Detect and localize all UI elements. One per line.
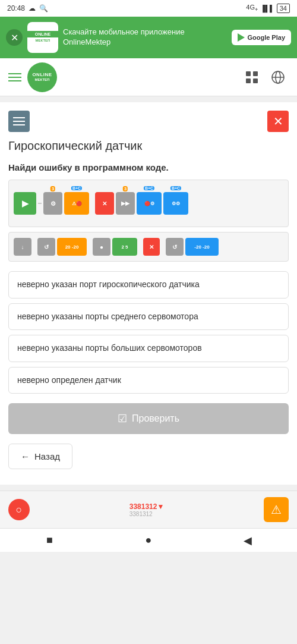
- back-button-label: Назад: [34, 451, 60, 461]
- code-connector-1: [38, 203, 42, 204]
- answer-text-4: неверно определен датчик: [17, 375, 121, 385]
- code-bpc-3: B+C: [170, 186, 181, 190]
- card-close-button[interactable]: ✕: [267, 111, 289, 132]
- code-b-nums2: 2 5: [112, 238, 137, 256]
- app-banner: ✕ ONLINE МЕКТЕП Скачайте мобильное прило…: [0, 17, 297, 58]
- banner-logo: ONLINE МЕКТЕП: [27, 22, 58, 53]
- cloud-icon: ☁: [29, 4, 36, 12]
- ham-line-3: [8, 80, 21, 81]
- card-instruction: Найди ошибку в программном коде.: [8, 162, 289, 172]
- code-block: ▶ 3 ⚙ B+C ⚠🔴 ✕ 3 ▶▶: [8, 180, 289, 227]
- banner-close-button[interactable]: ✕: [6, 29, 23, 46]
- code-bpc-1: B+C: [71, 186, 82, 190]
- answer-text-2: неверно указаны порты среднего сервомото…: [17, 312, 198, 321]
- card-header: ✕: [8, 111, 289, 132]
- card-ham-line-3: [13, 124, 25, 125]
- answer-option-2[interactable]: неверно указаны порты среднего сервомото…: [8, 303, 289, 331]
- status-right: 4G+ ▐▌▌ 34: [246, 4, 290, 12]
- code-visual: ▶ 3 ⚙ B+C ⚠🔴 ✕ 3 ▶▶: [14, 192, 188, 215]
- code-b-nums: 20 -20: [57, 238, 87, 256]
- back-arrow-icon: ←: [21, 451, 30, 461]
- language-button[interactable]: [267, 67, 289, 88]
- code-b-rot2: ↺: [166, 238, 184, 256]
- card-ham-line-2: [13, 121, 25, 122]
- answer-text-3: неверно указаны порты больших сервомотор…: [17, 343, 202, 353]
- code-b-dl: ↓: [14, 238, 31, 256]
- back-button[interactable]: ← Назад: [8, 444, 72, 469]
- bottom-counter-area: 3381312▼ 3381312: [129, 502, 165, 517]
- check-icon: ☑: [118, 412, 127, 425]
- code-b-ok: ●: [93, 238, 110, 256]
- warning-icon: ⚠: [271, 502, 282, 517]
- bottom-logo-icon: ○: [16, 504, 23, 516]
- status-left: 20:48 ☁ 🔍: [7, 4, 48, 12]
- svg-rect-1: [253, 71, 258, 76]
- code-b-rot: ↺: [37, 238, 55, 256]
- card-ham-line-1: [13, 117, 25, 118]
- code-visual-2: ↓ ↺ 20 -20 ● 2 5 ✕ ↺ -20 -20: [14, 238, 219, 256]
- battery-level: 34: [277, 4, 290, 13]
- logo-top-text: ONLINE: [32, 72, 52, 78]
- card-title: Гироскопический датчик: [8, 139, 289, 153]
- google-play-label: Google Play: [247, 34, 285, 41]
- close-icon: ✕: [11, 32, 18, 43]
- search-icon: 🔍: [39, 4, 48, 12]
- card-close-icon: ✕: [273, 114, 283, 128]
- android-recent-button[interactable]: ■: [39, 530, 60, 551]
- code-num-3: 3: [50, 186, 55, 191]
- hamburger-menu-button[interactable]: [8, 73, 21, 81]
- signal-icon: 4G+: [246, 4, 258, 12]
- code-num-3b: 3: [123, 186, 128, 191]
- ham-line-1: [8, 73, 21, 74]
- code-b-x2: ✕: [143, 238, 160, 256]
- square-icon: ■: [46, 534, 53, 546]
- site-logo: ONLINE МЕКТЕП: [27, 62, 57, 92]
- android-nav-bar: ■ ● ◀: [0, 528, 297, 552]
- banner-logo-top: ONLINE: [27, 31, 58, 37]
- signal-bars: ▐▌▌: [260, 5, 274, 12]
- bottom-bar: ○ 3381312▼ 3381312 ⚠: [0, 491, 297, 528]
- time-display: 20:48: [7, 4, 25, 12]
- play-icon: [238, 33, 245, 42]
- google-play-button[interactable]: Google Play: [232, 30, 291, 45]
- code-block-blue-2: B+C ⚙⚙: [163, 192, 188, 215]
- code-block-blue-1: B+C 🔴⚙: [137, 192, 162, 215]
- triangle-icon: ◀: [244, 534, 252, 547]
- code-block-play: ▶: [14, 192, 36, 215]
- svg-rect-0: [246, 71, 251, 76]
- code-block-orange-1: B+C ⚠🔴: [64, 192, 89, 215]
- android-home-button[interactable]: ●: [138, 530, 159, 551]
- grid-view-button[interactable]: [241, 67, 263, 88]
- banner-logo-bottom: МЕКТЕП: [34, 37, 52, 44]
- answer-text-1: неверно указан порт гироскопического дат…: [17, 279, 200, 289]
- code-bpc-2: B+C: [144, 186, 154, 190]
- answer-options-list: неверно указан порт гироскопического дат…: [8, 271, 289, 394]
- card-menu-button[interactable]: [8, 111, 30, 132]
- answer-option-3[interactable]: неверно указаны порты больших сервомотор…: [8, 335, 289, 362]
- check-button-label: Проверить: [132, 413, 179, 424]
- header-nav: ONLINE МЕКТЕП: [0, 58, 297, 96]
- code-b-nums3: -20 -20: [185, 238, 219, 256]
- main-content: ✕ Гироскопический датчик Найди ошибку в …: [0, 102, 297, 485]
- code-block-gray-2: 3 ▶▶: [116, 192, 135, 215]
- android-back-button[interactable]: ◀: [237, 530, 258, 551]
- bottom-logo: ○: [8, 499, 30, 520]
- svg-rect-2: [246, 78, 251, 83]
- ham-line-2: [8, 77, 21, 78]
- code-block-row2: ↓ ↺ 20 -20 ● 2 5 ✕ ↺ -20 -20: [8, 232, 289, 262]
- circle-icon: ●: [146, 534, 152, 546]
- answer-option-1[interactable]: неверно указан порт гироскопического дат…: [8, 271, 289, 299]
- code-block-gray-1: 3 ⚙: [43, 192, 62, 215]
- bottom-sub-counter: 3381312: [129, 511, 165, 517]
- logo-bottom-text: МЕКТЕП: [35, 78, 50, 82]
- bottom-counter-text: 3381312▼: [129, 502, 165, 511]
- svg-rect-3: [253, 78, 258, 83]
- banner-text: Скачайте мобильное приложение OnlineMekt…: [63, 27, 227, 48]
- check-button[interactable]: ☑ Проверить: [8, 403, 289, 434]
- status-bar: 20:48 ☁ 🔍 4G+ ▐▌▌ 34: [0, 0, 297, 17]
- code-block-red-1: ✕: [95, 192, 114, 215]
- answer-option-4[interactable]: неверно определен датчик: [8, 367, 289, 394]
- battery-indicator: 34: [277, 5, 290, 12]
- warning-button[interactable]: ⚠: [264, 497, 289, 522]
